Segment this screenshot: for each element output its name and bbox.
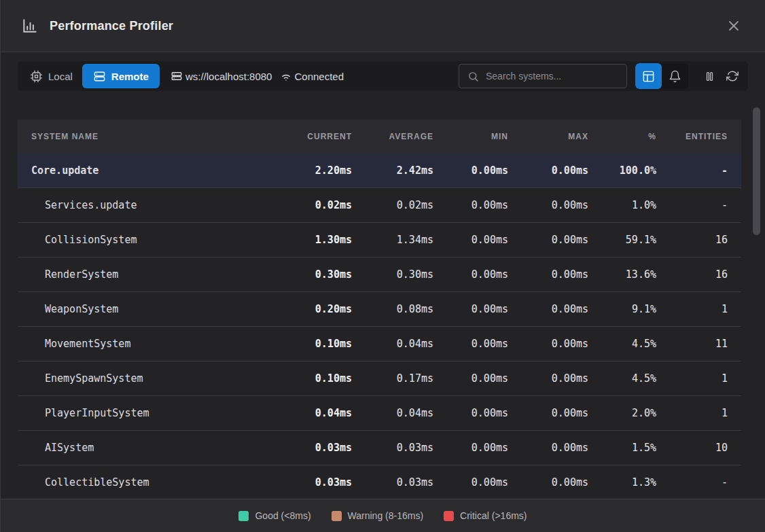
table-row[interactable]: Services.update0.02ms0.02ms0.00ms0.00ms1… [18,188,741,223]
cell-entities: 11 [656,338,728,350]
cell-current: 0.10ms [281,372,352,385]
systems-table: SYSTEM NAMECURRENTAVERAGEMINMAX%ENTITIES… [18,120,741,500]
column-header-max[interactable]: MAX [508,132,588,141]
cell-entities: 1 [656,372,728,385]
cpu-icon [30,70,43,83]
cell-current: 0.04ms [281,407,352,419]
table-row[interactable]: CollectibleSystem0.03ms0.03ms0.00ms0.00m… [18,465,741,500]
pause-icon [703,70,716,83]
cell-current: 2.20ms [281,164,352,177]
cell-min: 0.00ms [433,199,508,211]
table-row[interactable]: AISystem0.03ms0.03ms0.00ms0.00ms1.5%10 [18,431,741,465]
column-header-name[interactable]: SYSTEM NAME [31,132,281,141]
cell-percent: 1.5% [588,442,656,454]
remote-button[interactable]: Remote [82,64,160,88]
column-header-min[interactable]: MIN [433,132,508,141]
legend-swatch-icon [238,511,249,521]
search-box [459,64,627,88]
cell-name: CollisionSystem [31,234,281,246]
server-url-text: ws://localhost:8080 [185,71,272,82]
scrollbar-thumb[interactable] [753,107,760,235]
cell-entities: 1 [656,303,728,315]
cell-max: 0.00ms [508,199,588,211]
table-row[interactable]: RenderSystem0.30ms0.30ms0.00ms0.00ms13.6… [18,258,741,292]
cell-name: CollectibleSystem [31,476,281,489]
cell-entities: - [656,199,728,211]
connection-status-text: Connected [294,71,344,82]
bell-icon [669,70,681,83]
cell-name: Core.update [31,164,281,177]
cell-name: EnemySpawnSystem [31,372,281,385]
refresh-button[interactable] [721,63,744,89]
table-row[interactable]: MovementSystem0.10ms0.04ms0.00ms0.00ms4.… [18,327,741,361]
legend-item: Good (<8ms) [238,510,310,521]
column-header-percent[interactable]: % [588,132,656,141]
cell-name: Services.update [31,199,281,211]
cell-max: 0.00ms [508,268,588,281]
legend-item: Warning (8-16ms) [332,510,424,521]
cell-average: 0.03ms [352,442,433,454]
cell-max: 0.00ms [508,407,588,419]
cell-average: 0.04ms [352,407,433,419]
cell-name: RenderSystem [31,268,281,281]
column-header-current[interactable]: CURRENT [281,132,352,141]
cell-average: 1.34ms [352,234,433,246]
table-body: Core.update2.20ms2.42ms0.00ms0.00ms100.0… [18,154,741,500]
table-row[interactable]: Core.update2.20ms2.42ms0.00ms0.00ms100.0… [18,154,741,188]
alerts-button[interactable] [662,63,688,89]
cell-max: 0.00ms [508,303,588,315]
cell-percent: 4.5% [588,372,656,385]
legend-swatch-icon [332,511,342,521]
cell-entities: - [656,476,728,489]
cell-percent: 100.0% [588,164,656,177]
cell-current: 0.03ms [281,442,352,454]
cell-min: 0.00ms [433,338,508,350]
refresh-icon [726,70,739,82]
legend-footer: Good (<8ms)Warning (8-16ms)Critical (>16… [1,499,765,532]
cell-current: 0.10ms [281,338,352,350]
cell-entities: 16 [656,268,728,281]
cell-entities: 1 [656,407,728,419]
table-row[interactable]: PlayerInputSystem0.04ms0.04ms0.00ms0.00m… [18,396,741,431]
legend-label: Critical (>16ms) [460,510,527,521]
cell-entities: 10 [656,442,728,454]
cell-max: 0.00ms [508,234,588,246]
legend-item: Critical (>16ms) [444,510,527,521]
cell-min: 0.00ms [433,303,508,315]
cell-average: 0.30ms [352,268,433,281]
cell-entities: - [656,164,728,177]
cell-average: 0.03ms [352,476,433,489]
search-icon [467,71,479,82]
table-row[interactable]: EnemySpawnSystem0.10ms0.17ms0.00ms0.00ms… [18,361,741,396]
page-title: Performance Profiler [50,19,173,33]
cell-min: 0.00ms [433,476,508,489]
cell-current: 0.03ms [281,476,352,489]
legend-label: Warning (8-16ms) [348,510,424,521]
cell-min: 0.00ms [433,442,508,454]
cell-max: 0.00ms [508,372,588,385]
view-toggle-group [635,63,688,89]
cell-name: WeaponSystem [31,303,281,315]
local-button-label: Local [48,71,73,82]
cell-max: 0.00ms [508,442,588,454]
cell-min: 0.00ms [433,407,508,419]
table-row[interactable]: CollisionSystem1.30ms1.34ms0.00ms0.00ms5… [18,223,741,258]
table-view-button[interactable] [635,63,662,89]
column-header-average[interactable]: AVERAGE [352,132,433,141]
cell-name: MovementSystem [31,338,281,350]
search-input[interactable] [486,71,618,82]
cell-min: 0.00ms [433,234,508,246]
cell-average: 0.17ms [352,372,433,385]
remote-button-label: Remote [111,71,149,82]
close-icon[interactable] [723,15,745,37]
table-row[interactable]: WeaponSystem0.20ms0.08ms0.00ms0.00ms9.1%… [18,292,741,327]
wifi-icon [280,70,292,82]
cell-name: AISystem [31,442,281,454]
column-header-entities[interactable]: ENTITIES [656,132,728,141]
cell-min: 0.00ms [433,164,508,177]
local-button[interactable]: Local [20,64,82,88]
server-url: ws://localhost:8080 [171,70,272,82]
cell-current: 0.30ms [281,268,352,281]
pause-button[interactable] [698,63,721,89]
cell-percent: 1.0% [588,199,656,211]
